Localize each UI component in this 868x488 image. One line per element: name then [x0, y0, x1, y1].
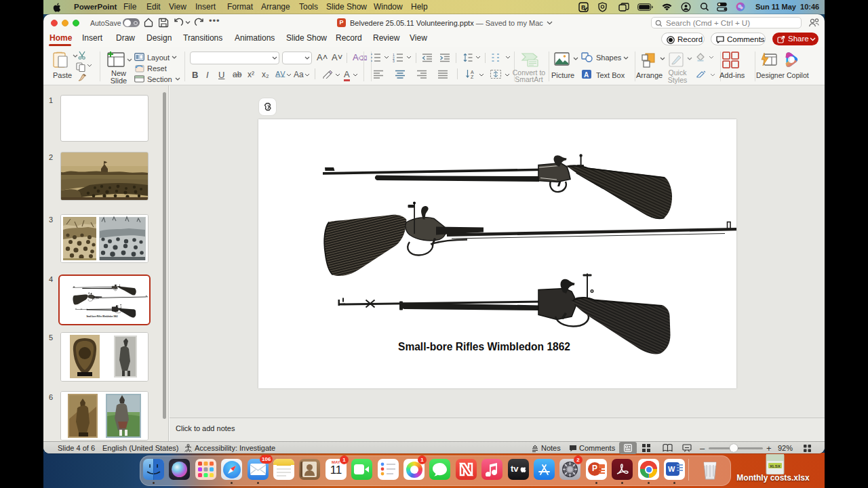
svg-text:Z: Z: [471, 75, 474, 79]
svg-text:XLSX: XLSX: [770, 464, 781, 468]
svg-text:A: A: [471, 70, 474, 75]
svg-text:A: A: [584, 71, 589, 79]
svg-text:Small-bore Rifles Wimbledon 18: Small-bore Rifles Wimbledon 1862: [398, 341, 570, 352]
svg-text:3: 3: [393, 59, 395, 62]
